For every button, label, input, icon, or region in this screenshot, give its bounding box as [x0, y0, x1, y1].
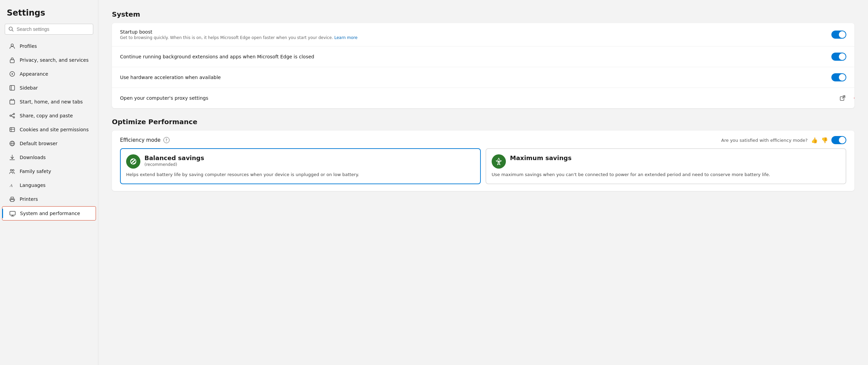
system-settings-card: Startup boost Get to browsing quickly. W…: [112, 23, 854, 108]
background-extensions-toggle[interactable]: [831, 53, 846, 61]
hardware-acceleration-row: Use hardware acceleration when available: [112, 67, 854, 88]
hardware-acceleration-toggle[interactable]: [831, 73, 846, 81]
sidebar-item-languages[interactable]: A Languages: [2, 178, 96, 192]
svg-point-25: [11, 170, 12, 171]
hardware-acceleration-label: Use hardware acceleration when available: [120, 75, 831, 80]
sidebar-item-label: System and performance: [20, 211, 80, 216]
svg-point-12: [13, 113, 15, 115]
svg-text:A: A: [9, 183, 13, 188]
sidebar: Settings Profiles Privacy, search, and s…: [0, 0, 98, 365]
maximum-savings-icon: [492, 154, 506, 169]
search-input[interactable]: [17, 26, 90, 32]
background-extensions-text: Continue running background extensions a…: [120, 54, 831, 59]
svg-line-1: [12, 30, 14, 32]
background-extensions-row: Continue running background extensions a…: [112, 46, 854, 67]
share-copy-icon: [9, 112, 16, 119]
maximum-savings-title-block: Maximum savings: [510, 154, 572, 161]
appearance-icon: [9, 71, 16, 77]
sidebar-title: Settings: [0, 8, 98, 24]
sidebar-item-appearance[interactable]: Appearance: [2, 67, 96, 81]
red-arrow-head: [854, 96, 854, 100]
balanced-savings-desc: Helps extend battery life by saving comp…: [126, 171, 475, 178]
system-performance-icon: [9, 210, 16, 217]
sidebar-item-downloads[interactable]: Downloads: [2, 151, 96, 164]
sidebar-item-label: Appearance: [20, 71, 48, 77]
balanced-savings-header: Balanced savings (recommended): [126, 154, 475, 169]
balanced-savings-card[interactable]: Balanced savings (recommended) Helps ext…: [120, 148, 481, 184]
sidebar-item-default-browser[interactable]: Default browser: [2, 137, 96, 150]
privacy-icon: [9, 57, 16, 63]
thumbs-up-icon[interactable]: 👍: [811, 137, 818, 143]
efficiency-help-icon[interactable]: ?: [163, 137, 170, 143]
efficiency-right: Are you satisfied with efficiency mode? …: [721, 136, 846, 144]
startup-boost-text: Startup boost Get to browsing quickly. W…: [120, 29, 831, 40]
maximum-savings-header: Maximum savings: [492, 154, 840, 169]
svg-rect-6: [10, 85, 15, 90]
sidebar-item-start-home[interactable]: Start, home, and new tabs: [2, 95, 96, 109]
svg-line-16: [11, 116, 13, 117]
sidebar-item-label: Downloads: [20, 155, 46, 160]
svg-point-5: [12, 73, 13, 75]
optimize-performance-card: Efficiency mode ? Are you satisfied with…: [112, 131, 854, 191]
proxy-settings-text: Open your computer's proxy settings: [120, 95, 839, 101]
maximum-savings-card[interactable]: Maximum savings Use maximum savings when…: [486, 148, 846, 184]
sidebar-item-profiles[interactable]: Profiles: [2, 39, 96, 53]
sidebar-item-family-safety[interactable]: Family safety: [2, 165, 96, 178]
sidebar-item-label: Family safety: [20, 169, 51, 174]
sidebar-item-label: Sidebar: [20, 85, 38, 91]
efficiency-label: Efficiency mode ?: [120, 137, 170, 143]
sidebar-item-share-copy[interactable]: Share, copy and paste: [2, 109, 96, 122]
svg-point-13: [10, 115, 11, 116]
startup-boost-toggle[interactable]: [831, 31, 846, 39]
efficiency-mode-toggle[interactable]: [831, 136, 846, 144]
svg-rect-28: [11, 199, 14, 201]
sidebar-item-system-performance[interactable]: System and performance: [2, 206, 96, 220]
balanced-savings-icon: [126, 154, 140, 169]
svg-line-34: [842, 96, 845, 99]
startup-boost-sub: Get to browsing quickly. When this is on…: [120, 35, 831, 40]
svg-rect-29: [11, 197, 14, 199]
startup-boost-learn-more[interactable]: Learn more: [334, 35, 357, 40]
start-home-icon: [9, 98, 16, 105]
sidebar-item-label: Profiles: [20, 43, 37, 49]
printers-icon: [9, 196, 16, 203]
sidebar-item-privacy[interactable]: Privacy, search, and services: [2, 53, 96, 67]
sidebar-item-sidebar[interactable]: Sidebar: [2, 81, 96, 95]
efficiency-header: Efficiency mode ? Are you satisfied with…: [112, 131, 854, 148]
thumbs-down-icon[interactable]: 👎: [821, 137, 828, 143]
balanced-savings-title-block: Balanced savings (recommended): [144, 154, 204, 167]
sidebar-icon: [9, 84, 16, 91]
background-extensions-label: Continue running background extensions a…: [120, 54, 831, 59]
downloads-icon: [9, 154, 16, 161]
search-icon: [8, 26, 14, 32]
proxy-settings-label: Open your computer's proxy settings: [120, 95, 839, 101]
svg-rect-3: [10, 60, 14, 63]
startup-boost-row: Startup boost Get to browsing quickly. W…: [112, 23, 854, 46]
proxy-settings-external-link[interactable]: [839, 94, 846, 102]
svg-point-36: [498, 161, 500, 162]
sidebar-nav: Profiles Privacy, search, and services A…: [0, 39, 98, 220]
cookies-icon: [9, 126, 16, 133]
savings-grid: Balanced savings (recommended) Helps ext…: [112, 148, 854, 191]
sidebar-item-printers[interactable]: Printers: [2, 192, 96, 206]
languages-icon: A: [9, 182, 16, 189]
svg-point-26: [13, 170, 14, 171]
sidebar-item-label: Privacy, search, and services: [20, 57, 88, 63]
svg-point-14: [13, 117, 15, 118]
profiles-icon: [9, 43, 16, 50]
efficiency-feedback-text: Are you satisfied with efficiency mode?: [721, 138, 808, 143]
red-arrow-indicator: [854, 96, 854, 100]
search-box[interactable]: [5, 24, 93, 35]
sidebar-item-label: Default browser: [20, 141, 58, 146]
efficiency-mode-text: Efficiency mode: [120, 137, 161, 143]
sidebar-item-label: Cookies and site permissions: [20, 127, 89, 132]
sidebar-item-label: Share, copy and paste: [20, 113, 73, 118]
startup-boost-label: Startup boost: [120, 29, 831, 35]
svg-point-2: [11, 44, 14, 46]
balanced-savings-title: Balanced savings: [144, 154, 204, 161]
sidebar-item-cookies[interactable]: Cookies and site permissions: [2, 123, 96, 136]
sidebar-item-label: Languages: [20, 182, 45, 188]
hardware-acceleration-text: Use hardware acceleration when available: [120, 75, 831, 80]
balanced-savings-subtitle: (recommended): [144, 162, 204, 167]
default-browser-icon: [9, 140, 16, 147]
